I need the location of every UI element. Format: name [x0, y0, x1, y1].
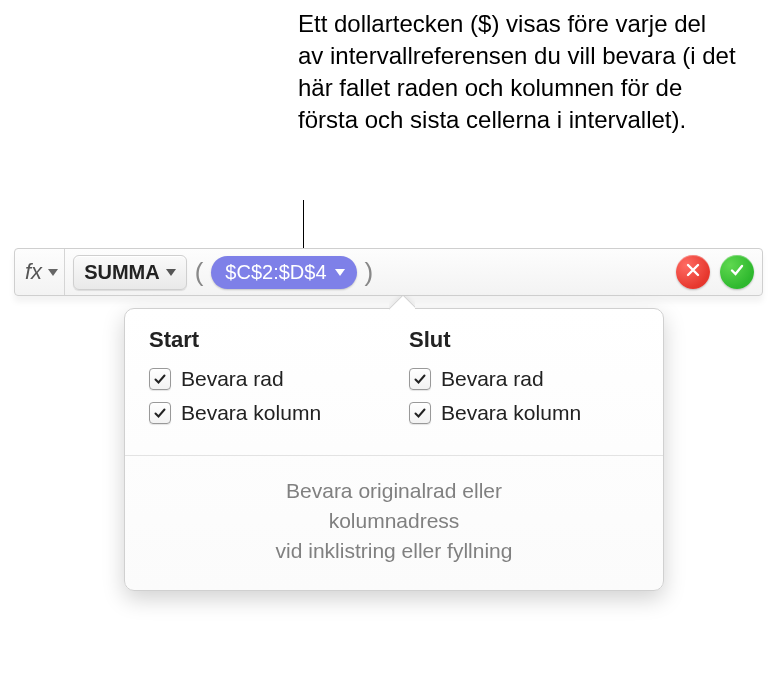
formula-bar: fx SUMMA ( $C$2:$D$4 ): [14, 248, 763, 296]
fx-label: fx: [25, 259, 42, 285]
end-preserve-col-label: Bevara kolumn: [441, 401, 581, 425]
accept-button[interactable]: [720, 255, 754, 289]
preserve-reference-popover: Start Bevara rad Bevara kolumn Slut B: [124, 308, 664, 591]
start-preserve-row[interactable]: Bevara rad: [149, 367, 379, 391]
end-heading: Slut: [409, 327, 639, 353]
callout-leader-line: [303, 200, 304, 248]
popover-arrow: [389, 296, 415, 310]
checkbox-checked-icon: [149, 368, 171, 390]
open-paren: (: [195, 257, 204, 288]
popover-footer: Bevara originalrad eller kolumnadress vi…: [125, 455, 663, 590]
start-heading: Start: [149, 327, 379, 353]
check-icon: [729, 262, 745, 282]
fx-menu-button[interactable]: fx: [23, 249, 65, 295]
cancel-button[interactable]: [676, 255, 710, 289]
checkbox-checked-icon: [409, 402, 431, 424]
end-column: Slut Bevara rad Bevara kolumn: [409, 327, 639, 435]
start-preserve-col-label: Bevara kolumn: [181, 401, 321, 425]
checkbox-checked-icon: [409, 368, 431, 390]
function-token[interactable]: SUMMA: [73, 255, 187, 290]
range-reference-token[interactable]: $C$2:$D$4: [211, 256, 356, 289]
end-preserve-row[interactable]: Bevara rad: [409, 367, 639, 391]
chevron-down-icon: [48, 269, 58, 276]
callout-annotation: Ett dollartecken ($) visas före varje de…: [298, 8, 738, 136]
checkbox-checked-icon: [149, 402, 171, 424]
chevron-down-icon: [166, 269, 176, 276]
x-icon: [685, 262, 701, 282]
range-reference-text: $C$2:$D$4: [225, 261, 326, 284]
start-preserve-row-label: Bevara rad: [181, 367, 284, 391]
start-preserve-col[interactable]: Bevara kolumn: [149, 401, 379, 425]
close-paren: ): [365, 257, 374, 288]
chevron-down-icon: [335, 269, 345, 276]
formula-action-buttons: [676, 255, 754, 289]
footer-line2: kolumnadress: [149, 506, 639, 536]
start-column: Start Bevara rad Bevara kolumn: [149, 327, 379, 435]
end-preserve-row-label: Bevara rad: [441, 367, 544, 391]
footer-line3: vid inklistring eller fyllning: [149, 536, 639, 566]
footer-line1: Bevara originalrad eller: [149, 476, 639, 506]
end-preserve-col[interactable]: Bevara kolumn: [409, 401, 639, 425]
function-name: SUMMA: [84, 261, 160, 284]
